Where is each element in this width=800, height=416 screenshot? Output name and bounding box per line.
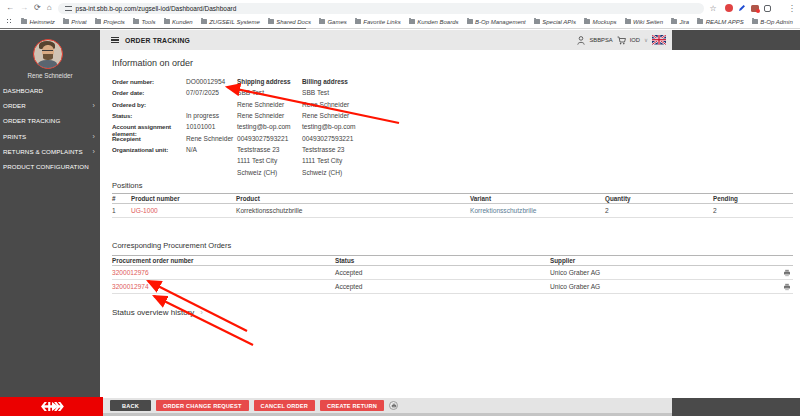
procurement-order-link[interactable]: 3200012974 [112,283,335,290]
field-label: Ordered by: [112,101,186,108]
sidebar-item-product-configuration[interactable]: PRODUCT CONFIGURATION [0,159,100,174]
bookmark-folder[interactable]: Heimnetz [21,19,55,25]
print-icon[interactable] [783,283,791,291]
procurement-table: Procurement order number Status Supplier… [112,255,793,294]
avatar-body [38,60,57,69]
order-change-request-button[interactable]: ORDER CHANGE REQUEST [156,400,249,411]
sidebar-item-label: PRODUCT CONFIGURATION [3,163,89,170]
history-label: Status overview history [112,308,194,317]
address-line: 00493027593221 [237,135,291,146]
recepient-value: Rene Schneider [186,135,233,142]
hamburger-menu-icon[interactable] [111,37,119,44]
print-icon[interactable] [783,269,791,277]
home-icon[interactable]: ⌂ [47,3,52,13]
col-variant: Variant [470,195,605,202]
sidebar-item-prints[interactable]: PRINTS› [0,129,100,144]
bookmark-label: Shared Docs [276,19,311,25]
bookmarks-bar: Heimnetz Privat Projects Tools Kunden ZU… [0,15,800,28]
status-value: In progress [186,112,219,119]
browser-menu-icon[interactable]: ⋮ [788,4,796,13]
cart-label[interactable]: IOD [630,37,640,43]
sidebar-item-order-tracking[interactable]: ORDER TRACKING [0,113,100,128]
site-settings-icon[interactable] [65,6,72,11]
bookmark-label: Games [327,19,346,25]
user-avatar[interactable] [33,39,63,69]
chevron-right-icon: › [93,148,95,155]
bookmark-folder[interactable]: B-Op Admin [752,19,793,25]
bookmark-folder[interactable]: ZUGSEIL Systeme [201,19,260,25]
field-label: Organizational unit: [112,146,186,153]
bookmark-folder[interactable]: Special APIs [534,19,576,25]
address-line: SBB Test [237,89,291,100]
capture-extension-icon[interactable] [751,5,759,12]
avatar-glasses [42,50,53,53]
field-label: Order date: [112,89,186,96]
folder-icon [164,19,170,24]
folder-icon [21,19,27,24]
bookmark-folder[interactable]: Kunden [164,19,193,25]
sbb-logo-bar [0,397,103,416]
bookmark-star-icon[interactable]: ☆ [710,4,717,13]
bookmark-label: Favorite Links [363,19,400,25]
bookmark-folder[interactable]: B-Op Management [467,19,526,25]
user-code[interactable]: SBBPSA [589,37,612,43]
product-number-link[interactable]: UG-1000 [131,207,236,214]
sidebar-item-label: ORDER [3,102,26,109]
status-value: Accepted [335,283,550,290]
bookmark-label: Special APIs [542,19,576,25]
back-button[interactable]: BACK [110,400,151,411]
adblock-extension-icon[interactable] [725,4,733,12]
main-content: Information on order Order number:DO0001… [100,50,800,398]
url-text[interactable]: psa-int.sbb.b-op.com/zugsell-iod/Dashboa… [76,5,237,12]
language-flag-icon[interactable] [652,35,666,45]
info-row: RecepientRene Schneider [112,135,233,146]
folder-icon [95,19,101,24]
sidebar-item-dashboard[interactable]: DASHBOARD [0,83,100,98]
procurement-order-link[interactable]: 3200012976 [112,269,335,276]
bookmark-folder[interactable]: Shared Docs [268,19,311,25]
bookmark-folder[interactable]: Tools [133,19,156,25]
bookmark-folder[interactable]: Games [319,19,347,25]
chevron-right-icon: › [93,133,95,140]
footer-dark-panel [672,398,800,416]
reload-icon[interactable]: ⟳ [34,3,41,13]
print-icon [391,403,397,409]
bookmark-folder[interactable]: Privat [63,19,87,25]
col-product-number: Product number [131,195,236,202]
folder-icon [752,19,758,24]
create-return-button[interactable]: CREATE RETURN [320,400,384,411]
bookmark-folder[interactable]: Mockups [584,19,617,25]
apps-grid-icon[interactable] [6,18,13,25]
positions-table: # Product number Product Variant Quantit… [112,193,793,218]
folder-icon [63,19,69,24]
address-line: Rene Schneider [302,112,356,123]
sidebar-item-order[interactable]: ORDER› [0,98,100,113]
bookmark-folder[interactable]: Jira [671,19,689,25]
bookmark-label: Kunden Boards [417,19,458,25]
pen-extension-icon[interactable] [738,4,746,12]
order-date-value: 07/07/2025 [186,89,219,96]
forward-icon[interactable]: → [20,3,28,13]
table-row: 3200012974 Accepted Unico Graber AG [112,280,793,294]
print-order-button[interactable] [389,401,398,410]
person-icon [577,36,585,45]
field-label: Status: [112,112,186,119]
address-line: testing@b-op.com [237,123,291,134]
col-quantity: Quantity [605,195,713,202]
status-overview-history[interactable]: Status overview history› [112,308,203,317]
cancel-order-button[interactable]: CANCEL ORDER [254,400,315,411]
info-row: Account assignment element:10101001 [112,123,233,134]
avatar-beard [43,54,53,60]
bookmark-folder[interactable]: REALM APPS [697,19,744,25]
back-icon[interactable]: ← [6,3,14,13]
bookmark-folder[interactable]: Wiki Seiten [625,19,663,25]
bookmark-folder[interactable]: Kunden Boards [409,19,459,25]
bookmark-folder[interactable]: Favorite Links [355,19,401,25]
sidebar-item-returns-complaints[interactable]: RETURNS & COMPLAINTS› [0,144,100,159]
supplier-value: Unico Graber AG [550,269,777,276]
caret-down-icon[interactable]: ∨ [644,37,648,43]
address-bar[interactable]: psa-int.sbb.b-op.com/zugsell-iod/Dashboa… [58,3,704,14]
folder-icon [584,19,590,24]
bookmark-folder[interactable]: Projects [95,19,125,25]
restore-extension-icon[interactable] [764,5,771,12]
